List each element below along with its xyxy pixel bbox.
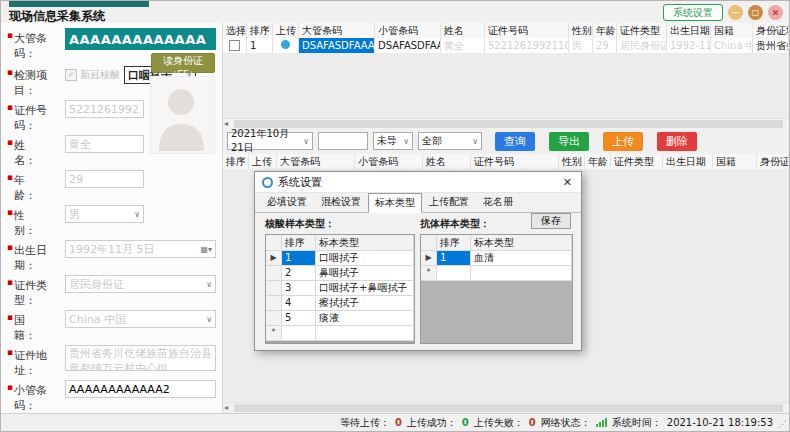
column-header[interactable]: 证件类型 bbox=[611, 154, 663, 169]
modal-tab[interactable]: 标本类型 bbox=[368, 193, 422, 213]
grid-row[interactable]: * bbox=[421, 266, 572, 281]
column-header[interactable]: 年龄 bbox=[593, 23, 617, 38]
scrollbar-thumb[interactable] bbox=[234, 120, 783, 128]
modal-tab[interactable]: 必填设置 bbox=[260, 192, 314, 212]
id-number-input[interactable] bbox=[65, 100, 144, 118]
grid-cell-order[interactable]: 1 bbox=[437, 251, 471, 265]
grid-column-header[interactable]: 标本类型 bbox=[316, 235, 414, 250]
maximize-icon[interactable]: ▢ bbox=[748, 5, 763, 20]
modal-save-button[interactable]: 保存 bbox=[531, 213, 571, 229]
checkbox-check-icon: ✓ bbox=[65, 69, 77, 81]
column-header[interactable]: 选择 bbox=[223, 23, 247, 38]
grid-cell-type[interactable]: 口咽拭子 bbox=[316, 251, 414, 265]
grid-row[interactable]: 5痰液 bbox=[266, 311, 414, 326]
dialog-close-icon[interactable]: ✕ bbox=[561, 176, 574, 189]
row-select-checkbox[interactable] bbox=[229, 40, 240, 51]
date-picker[interactable]: 2021年10月21日 ∨ bbox=[227, 132, 313, 150]
grid-cell-order[interactable] bbox=[282, 326, 316, 340]
grid-cell-type[interactable] bbox=[316, 326, 414, 340]
nationality-select[interactable]: China 中国 ∨ bbox=[65, 310, 216, 328]
delete-button[interactable]: 删除 bbox=[657, 132, 697, 151]
settings-gear-icon bbox=[262, 177, 273, 188]
name-input[interactable] bbox=[65, 135, 144, 153]
column-header[interactable]: 证件号码 bbox=[485, 23, 569, 38]
scroll-left-icon[interactable]: ◂ bbox=[224, 119, 228, 129]
column-header[interactable]: 性别 bbox=[559, 154, 585, 169]
column-header[interactable]: 上传 bbox=[273, 23, 299, 38]
grid-cell-type[interactable]: 口咽拭子+鼻咽拭子 bbox=[316, 281, 414, 295]
column-header[interactable]: 大管条码 bbox=[277, 154, 355, 169]
bottom-table-hscrollbar[interactable]: ◂ bbox=[223, 402, 789, 413]
column-header[interactable]: 出生日期 bbox=[667, 23, 711, 38]
column-header[interactable]: 小管条码 bbox=[355, 154, 423, 169]
grid-row[interactable]: 4擦拭拭子 bbox=[266, 296, 414, 311]
grid-row[interactable]: 2鼻咽拭子 bbox=[266, 266, 414, 281]
modal-tab[interactable]: 花名册 bbox=[476, 192, 520, 212]
system-settings-button[interactable]: 系统设置 bbox=[663, 4, 723, 21]
grid-cell-type[interactable]: 血清 bbox=[471, 251, 572, 265]
column-header[interactable]: 国籍 bbox=[711, 23, 753, 38]
modal-tab[interactable]: 混检设置 bbox=[314, 192, 368, 212]
column-header[interactable]: 身份证地址 bbox=[757, 154, 789, 169]
chevron-down-icon: ∨ bbox=[134, 210, 140, 219]
minimize-icon[interactable]: — bbox=[728, 5, 743, 20]
column-header[interactable]: 性别 bbox=[569, 23, 593, 38]
read-id-card-button[interactable]: 读身份证（F5） bbox=[151, 53, 215, 73]
covid-checkbox[interactable]: ✓ 新冠核酸 bbox=[65, 68, 120, 82]
grid-cell-type[interactable]: 痰液 bbox=[316, 311, 414, 325]
grid-cell-order[interactable]: 5 bbox=[282, 311, 316, 325]
export-button[interactable]: 导出 bbox=[549, 132, 589, 151]
resize-grip[interactable]: ⋰ bbox=[778, 420, 787, 429]
grid-cell-type[interactable] bbox=[471, 266, 572, 280]
birth-date-picker[interactable]: 1992年11月 5日 ▦▾ bbox=[65, 240, 216, 258]
chevron-down-icon: ∨ bbox=[403, 137, 409, 146]
grid-cell-order[interactable]: 4 bbox=[282, 296, 316, 310]
column-header[interactable]: 证件类型 bbox=[617, 23, 667, 38]
column-header[interactable]: 排序 bbox=[223, 154, 249, 169]
grid-cell-order[interactable]: 3 bbox=[282, 281, 316, 295]
grid-cell-order[interactable]: 2 bbox=[282, 266, 316, 280]
scope-select[interactable]: 全部 ∨ bbox=[418, 132, 482, 150]
top-table-hscrollbar[interactable]: ◂ bbox=[223, 118, 789, 129]
age-input[interactable] bbox=[65, 170, 144, 188]
close-icon[interactable]: ✕ bbox=[768, 5, 783, 20]
column-header[interactable]: 年龄 bbox=[585, 154, 611, 169]
column-header[interactable]: 姓名 bbox=[423, 154, 471, 169]
grid-row[interactable]: ▶1血清 bbox=[421, 251, 572, 266]
export-status-select[interactable]: 未导 ∨ bbox=[373, 132, 413, 150]
grid-row[interactable]: 3口咽拭子+鼻咽拭子 bbox=[266, 281, 414, 296]
sex-select[interactable]: 男 ∨ bbox=[65, 205, 144, 223]
grid-cell-type[interactable]: 鼻咽拭子 bbox=[316, 266, 414, 280]
grid-cell-type[interactable]: 擦拭拭子 bbox=[316, 296, 414, 310]
grid-column-header[interactable]: 标本类型 bbox=[471, 235, 572, 250]
column-header[interactable]: 出生日期 bbox=[663, 154, 713, 169]
column-header[interactable]: 身份证地址 bbox=[753, 23, 789, 38]
column-header[interactable]: 大管条码 bbox=[299, 23, 375, 38]
table-row[interactable]: 1DSAFASDFAAASDSAFASDFAAAS1黄全522126199211… bbox=[223, 38, 789, 54]
column-header[interactable]: 排序 bbox=[247, 23, 273, 38]
small-barcode-input[interactable] bbox=[65, 380, 216, 398]
grid-hscrollbar[interactable] bbox=[266, 341, 414, 344]
search-input[interactable] bbox=[318, 132, 368, 150]
export-status-value: 未导 bbox=[377, 134, 397, 148]
grid-cell-order[interactable]: 1 bbox=[282, 251, 316, 265]
column-header[interactable]: 国籍 bbox=[713, 154, 757, 169]
grid-column-header[interactable]: 排序 bbox=[282, 235, 316, 250]
column-header[interactable]: 姓名 bbox=[441, 23, 485, 38]
column-header[interactable]: 小管条码 bbox=[375, 23, 441, 38]
table-cell bbox=[273, 38, 299, 53]
grid-row[interactable]: * bbox=[266, 326, 414, 341]
modal-tab[interactable]: 上传配置 bbox=[422, 192, 476, 212]
id-address-textarea[interactable]: 贵州省务川仡佬族苗族自治县黄都镇万云村中心组 bbox=[65, 345, 216, 371]
scroll-left-icon[interactable]: ◂ bbox=[224, 403, 228, 413]
grid-row[interactable]: ▶1口咽拭子 bbox=[266, 251, 414, 266]
column-header[interactable]: 证件号码 bbox=[471, 154, 559, 169]
grid-column-header[interactable]: 排序 bbox=[437, 235, 471, 250]
id-type-select[interactable]: 居民身份证 ∨ bbox=[65, 275, 216, 293]
grid-cell-order[interactable] bbox=[437, 266, 471, 280]
tube-barcode-input[interactable] bbox=[65, 28, 216, 50]
scrollbar-thumb[interactable] bbox=[234, 404, 783, 412]
query-button[interactable]: 查询 bbox=[495, 132, 535, 151]
upload-button[interactable]: 上传 bbox=[603, 132, 643, 151]
column-header[interactable]: 上传 bbox=[249, 154, 277, 169]
